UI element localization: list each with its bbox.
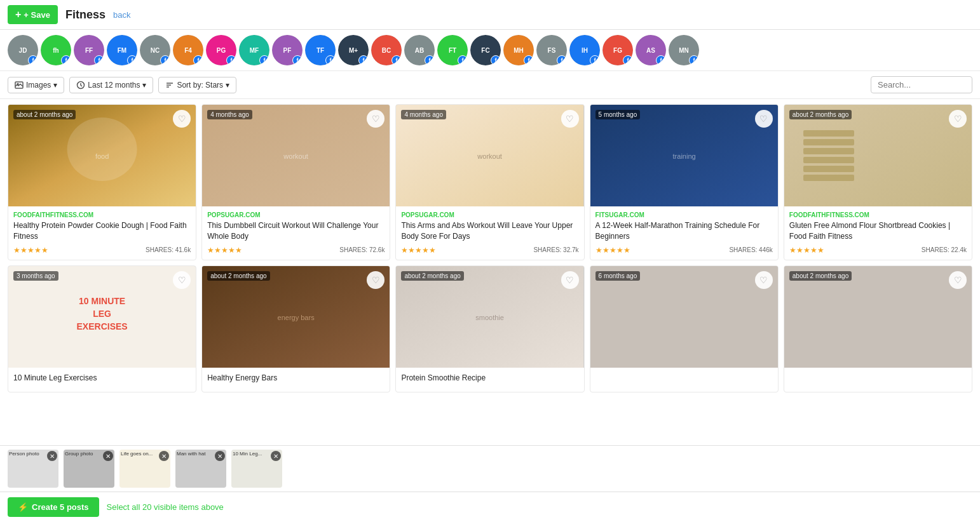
avatar-9[interactable]: TF f [305,35,336,65]
images-filter-button[interactable]: Images ▾ [8,77,64,93]
avatar-1[interactable]: fh f [41,35,71,65]
back-link[interactable]: back [113,10,130,20]
heart-button[interactable]: ♡ [173,271,191,289]
card-image: smoothie about 2 months ago ♡ [396,266,583,368]
card[interactable]: workout 4 months ago ♡ POPSUGAR.COM This… [201,104,390,260]
facebook-badge: f [193,55,203,65]
card-footer: ★★★★★ SHARES: 72.6k [207,246,385,255]
card-stars: ★★★★★ [401,246,436,255]
toolbar: Images ▾ Last 12 months ▾ Sort by: Stars… [0,71,980,99]
facebook-badge: f [226,55,236,65]
card-body: FOODFAITHFITNESS.COM Gluten Free Almond … [784,206,972,260]
card[interactable]: about 2 months ago ♡ [784,265,972,393]
card-footer: ★★★★★ SHARES: 41.6k [13,246,191,255]
card[interactable]: 10 MINUTELEGEXERCISES 3 months ago ♡ 10 … [8,265,196,393]
chevron-down-icon2: ▾ [142,81,146,90]
avatar-2[interactable]: FF f [74,35,104,65]
avatar-3[interactable]: FM f [107,35,137,65]
avatar-0[interactable]: JD f [8,35,38,65]
heart-button[interactable]: ♡ [949,110,967,128]
card-timestamp: 6 months ago [595,271,641,281]
card-source: FITSUGAR.COM [595,211,773,218]
card-shares: SHARES: 32.7k [533,246,578,253]
card-image: about 2 months ago ♡ [784,105,972,206]
card-stars: ★★★★★ [595,246,630,255]
heart-button[interactable]: ♡ [561,110,579,128]
card[interactable]: smoothie about 2 months ago ♡ Protein Sm… [395,265,584,393]
svg-rect-19 [803,157,854,163]
svg-text:energy bars: energy bars [278,314,315,321]
images-label: Images [26,81,51,90]
heart-button[interactable]: ♡ [561,271,579,289]
card-body: FITSUGAR.COM A 12-Week Half-Marathon Tra… [590,206,778,260]
facebook-badge: f [425,55,435,65]
card-image: workout 4 months ago ♡ [396,105,583,206]
avatar-19[interactable]: AS f [636,35,666,65]
card-timestamp: 3 months ago [13,271,58,281]
heart-button[interactable]: ♡ [755,271,773,289]
heart-button[interactable]: ♡ [173,110,191,128]
card[interactable]: food about 2 months ago ♡ FOODFAITHFITNE… [8,104,196,260]
card-title: Healthy Energy Bars [207,373,385,384]
save-label: + Save [24,10,50,20]
card-title: This Arms and Abs Workout Will Leave You… [401,220,578,242]
avatar-6[interactable]: PG f [206,35,236,65]
svg-rect-31 [784,266,972,368]
card-body: POPSUGAR.COM This Dumbbell Circuit Worko… [202,206,390,260]
card-title: This Dumbbell Circuit Workout Will Chall… [207,220,385,242]
heart-button[interactable]: ♡ [949,271,967,289]
svg-text:workout: workout [283,152,309,160]
avatar-8[interactable]: PF f [272,35,303,65]
card[interactable]: 6 months ago ♡ [590,265,779,393]
card-shares: SHARES: 41.6k [146,246,191,253]
card-body: Healthy Energy Bars [202,368,390,392]
facebook-badge: f [127,55,137,65]
avatar-14[interactable]: FC f [470,35,501,65]
svg-rect-15 [784,105,972,206]
card-timestamp: about 2 months ago [789,271,852,281]
avatar-15[interactable]: MH f [503,35,534,65]
facebook-badge: f [292,55,303,65]
time-filter-button[interactable]: Last 12 months ▾ [69,77,153,93]
card-stars: ★★★★★ [789,246,824,255]
card[interactable]: training 5 months ago ♡ FITSUGAR.COM A 1… [590,104,779,260]
avatar-5[interactable]: F4 f [173,35,203,65]
avatar-7[interactable]: MF f [239,35,269,65]
card[interactable]: about 2 months ago ♡ FOODFAITHFITNESS.CO… [784,104,972,260]
card-body [784,368,972,382]
avatar-16[interactable]: FS f [536,35,567,65]
facebook-badge: f [557,55,567,65]
avatar-10[interactable]: M+ f [338,35,369,65]
heart-button[interactable]: ♡ [755,110,773,128]
sort-button[interactable]: Sort by: Stars ▾ [158,77,236,93]
card-image: about 2 months ago ♡ [784,266,972,368]
avatar-13[interactable]: FT f [437,35,468,65]
search-input[interactable] [871,76,972,93]
facebook-badge: f [358,55,369,65]
avatars-row: JD f fh f FF f FM f NC f F4 f PG f MF f … [0,30,980,71]
chevron-down-icon: ▾ [53,81,57,90]
card-image: training 5 months ago ♡ [590,105,778,206]
save-button[interactable]: + Save [8,5,58,24]
card[interactable]: energy bars about 2 months ago ♡ Healthy… [201,265,390,393]
facebook-badge: f [94,55,104,65]
card-shares: SHARES: 22.4k [922,246,967,253]
card-title: A 12-Week Half-Marathon Training Schedul… [595,220,773,242]
card-timestamp: 4 months ago [401,110,446,119]
avatar-4[interactable]: NC f [140,35,170,65]
sort-label: Sort by: Stars [177,81,223,90]
avatar-18[interactable]: FG f [602,35,633,65]
avatar-17[interactable]: IH f [569,35,600,65]
card[interactable]: workout 4 months ago ♡ POPSUGAR.COM This… [395,104,584,260]
facebook-badge: f [259,55,269,65]
chevron-down-icon3: ▾ [226,81,229,90]
svg-text:EXERCISES: EXERCISES [77,321,128,331]
svg-rect-21 [803,175,854,181]
card-title: Healthy Protein Powder Cookie Dough | Fo… [13,220,191,242]
avatar-11[interactable]: BC f [371,35,402,65]
heart-button[interactable]: ♡ [367,271,385,289]
facebook-badge: f [160,55,170,65]
avatar-12[interactable]: AB f [404,35,435,65]
card-image: food about 2 months ago ♡ [8,105,196,206]
avatar-20[interactable]: MN f [669,35,699,65]
